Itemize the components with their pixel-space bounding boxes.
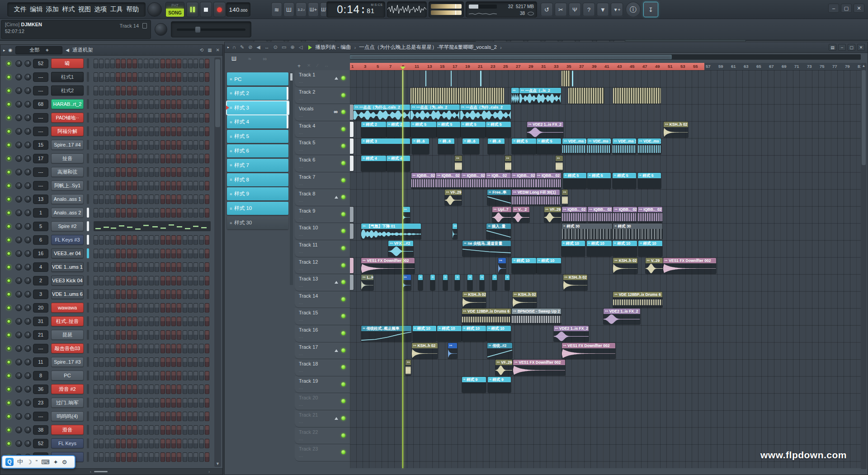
step-cell[interactable]	[138, 140, 142, 150]
step-cell[interactable]	[132, 385, 137, 394]
step-cell[interactable]	[105, 452, 109, 462]
track-mute-led[interactable]	[341, 110, 345, 114]
step-cell[interactable]	[183, 59, 187, 68]
piano-roll-preview[interactable]	[94, 221, 211, 231]
channel-selector[interactable]	[87, 398, 89, 408]
download-icon[interactable]: ↧	[643, 2, 658, 17]
step-cell[interactable]	[99, 371, 104, 380]
clip-pinktail[interactable]: ↦VES1 FX Downlfter 002	[562, 343, 615, 359]
step-cell[interactable]	[149, 344, 154, 353]
channel-button[interactable]: Spire..17 #4	[51, 140, 84, 150]
step-cell[interactable]	[160, 425, 165, 435]
clip-pat[interactable]: ≡	[443, 275, 448, 290]
step-cell[interactable]	[166, 181, 170, 190]
step-cell[interactable]	[193, 439, 198, 448]
soft-keyboard-icon[interactable]: ⌨	[41, 459, 50, 466]
step-cell[interactable]	[160, 452, 165, 462]
channel-display[interactable]: 52	[33, 439, 48, 448]
step-cell[interactable]	[138, 317, 142, 326]
step-cell[interactable]	[144, 385, 148, 394]
step-cell[interactable]	[193, 262, 198, 272]
step-cell[interactable]	[188, 385, 193, 394]
track-tool2-icon[interactable]: ∕	[317, 63, 318, 70]
channel-selector[interactable]	[87, 289, 89, 299]
step-cell[interactable]	[99, 452, 104, 462]
step-cell[interactable]	[138, 262, 142, 272]
volume-knob[interactable]	[24, 399, 31, 406]
channel-button[interactable]: 敲击音色03	[51, 343, 84, 353]
channel-button[interactable]: 柱式..扯音	[51, 316, 84, 326]
step-cell[interactable]	[171, 385, 176, 394]
step-cell[interactable]	[199, 276, 204, 285]
step-cell[interactable]	[144, 195, 148, 204]
track-tool-icon[interactable]: ✕	[307, 63, 311, 70]
step-cell[interactable]	[177, 181, 181, 190]
step-cell[interactable]	[188, 181, 193, 190]
step-cell[interactable]	[132, 276, 137, 285]
channel-selector[interactable]	[87, 99, 89, 109]
step-cell[interactable]	[171, 317, 176, 326]
clip-needle[interactable]	[451, 71, 452, 86]
step-cell[interactable]	[144, 398, 148, 408]
step-cell[interactable]	[132, 412, 137, 421]
ime-toolbar[interactable]: Q中☽”⌨✦⚙	[1, 455, 75, 469]
step-cell[interactable]	[177, 195, 181, 204]
step-cell[interactable]	[155, 181, 159, 190]
step-cell[interactable]	[155, 371, 159, 380]
step-cell[interactable]	[138, 249, 142, 258]
step-cell[interactable]	[199, 303, 204, 313]
step-cell[interactable]	[205, 127, 209, 136]
pan-knob[interactable]	[15, 237, 22, 243]
channel-selector[interactable]	[87, 208, 89, 218]
channel-button[interactable]: 琵琶	[51, 330, 84, 340]
step-cell[interactable]	[188, 439, 193, 448]
step-cell[interactable]	[155, 86, 159, 95]
step-cell[interactable]	[177, 303, 181, 313]
step-cell[interactable]	[193, 127, 198, 136]
step-cell[interactable]	[132, 371, 137, 380]
clip-vocal[interactable]: ↦一点点（为什么..cals_2	[354, 104, 410, 120]
clip-burst[interactable]: ↦	[455, 156, 462, 171]
fl-logo-knob[interactable]	[147, 2, 162, 17]
step-cell[interactable]	[193, 303, 198, 313]
menu-item-样式[interactable]: 样式	[62, 5, 75, 14]
clip-oliveblob[interactable]: ↦VF..29	[544, 207, 561, 223]
step-cell[interactable]	[138, 113, 142, 123]
step-cell[interactable]	[138, 181, 142, 190]
channel-button[interactable]: 嗬	[51, 58, 84, 68]
channel-display[interactable]: 31	[33, 317, 48, 326]
step-cell[interactable]	[105, 154, 109, 163]
step-cell[interactable]	[188, 100, 193, 109]
channel-enable-led[interactable]	[7, 279, 11, 283]
pan-knob[interactable]	[15, 74, 22, 81]
step-cell[interactable]	[116, 127, 120, 136]
step-cell[interactable]	[155, 452, 159, 462]
clip-purpdense[interactable]: ↦IQBB.._02	[536, 173, 561, 189]
step-cell[interactable]	[144, 235, 148, 245]
step-cell[interactable]	[166, 303, 170, 313]
step-cell[interactable]	[121, 344, 126, 353]
step-cell[interactable]	[99, 303, 104, 313]
step-cell[interactable]	[144, 439, 148, 448]
step-cell[interactable]	[121, 357, 126, 367]
step-cell[interactable]	[94, 181, 98, 190]
step-cell[interactable]	[105, 357, 109, 367]
step-cell[interactable]	[188, 249, 193, 258]
step-cell[interactable]	[193, 357, 198, 367]
step-cell[interactable]	[160, 195, 165, 204]
paint-icon[interactable]: ⊘	[248, 44, 252, 50]
step-cell[interactable]	[205, 167, 209, 177]
step-cell[interactable]	[127, 452, 132, 462]
clip-pat[interactable]: ≡样式 5	[563, 173, 586, 189]
step-cell[interactable]	[160, 181, 165, 190]
step-cell[interactable]	[132, 127, 137, 136]
step-cell[interactable]	[149, 398, 154, 408]
step-cell[interactable]	[99, 235, 104, 245]
step-cell[interactable]	[160, 412, 165, 421]
channel-button[interactable]: FL Keys #3	[51, 235, 84, 245]
step-cell[interactable]	[199, 371, 204, 380]
channel-button[interactable]: 柱式1	[51, 72, 84, 82]
channel-selector[interactable]	[87, 452, 89, 462]
step-cell[interactable]	[183, 86, 187, 95]
step-cell[interactable]	[171, 167, 176, 177]
